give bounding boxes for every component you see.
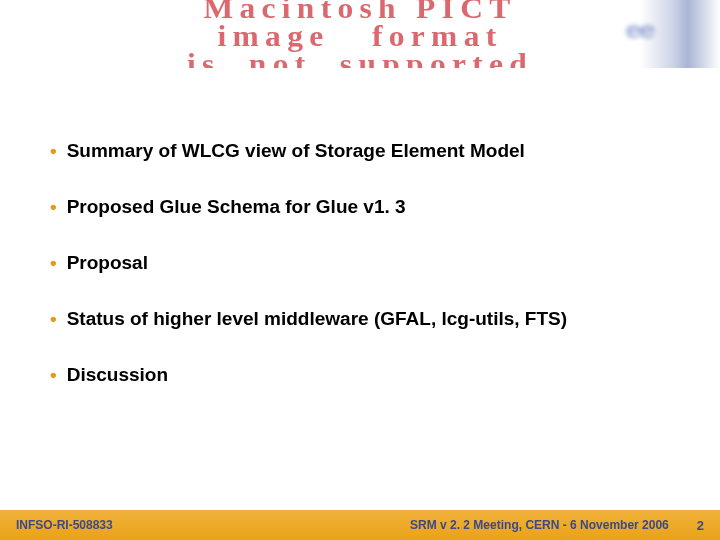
bullet-item: • Proposed Glue Schema for Glue v1. 3 [50,196,670,218]
banner-image-placeholder: Macintosh PICT image format is not suppo… [0,0,720,68]
bullet-dot-icon: • [50,308,57,330]
bullet-dot-icon: • [50,196,57,218]
banner-text: Macintosh PICT image format is not suppo… [0,0,720,68]
bullet-label: Proposal [67,252,148,274]
bullet-item: • Status of higher level middleware (GFA… [50,308,670,330]
banner-line3: is not supported [187,47,533,68]
bullet-label: Status of higher level middleware (GFAL,… [67,308,567,330]
footer-left-text: INFSO-RI-508833 [0,518,113,532]
bullet-item: • Summary of WLCG view of Storage Elemen… [50,140,670,162]
bullet-label: Proposed Glue Schema for Glue v1. 3 [67,196,406,218]
bullet-dot-icon: • [50,140,57,162]
banner-logo-smudge: ee [626,16,703,48]
bullet-list: • Summary of WLCG view of Storage Elemen… [50,140,670,420]
footer-bar: INFSO-RI-508833 SRM v 2. 2 Meeting, CERN… [0,510,720,540]
bullet-item: • Proposal [50,252,670,274]
footer-center-text: SRM v 2. 2 Meeting, CERN - 6 November 20… [410,518,697,532]
bullet-label: Summary of WLCG view of Storage Element … [67,140,525,162]
bullet-label: Discussion [67,364,168,386]
bullet-dot-icon: • [50,364,57,386]
footer-page-number: 2 [697,518,720,533]
bullet-item: • Discussion [50,364,670,386]
bullet-dot-icon: • [50,252,57,274]
